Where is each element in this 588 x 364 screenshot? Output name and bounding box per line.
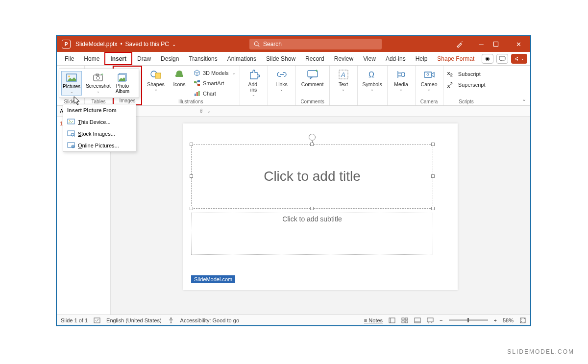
tab-transitions[interactable]: Transitions [184,52,222,65]
cameo-button[interactable]: Cameo ⌄ [418,67,440,91]
shapes-button[interactable]: Shapes ⌄ [145,67,167,91]
resize-handle[interactable] [431,174,435,178]
resize-handle[interactable] [190,207,193,210]
svg-rect-21 [197,80,200,82]
zoom-in-button[interactable]: + [494,317,497,323]
addins-button[interactable]: Add- ins ⌄ [243,67,265,97]
reading-view-button[interactable] [414,317,421,324]
svg-line-1 [258,45,259,47]
designer-icon[interactable] [456,40,469,48]
tab-animations[interactable]: Animations [222,52,261,65]
watermark: SLIDEMODEL.COM [507,348,574,355]
pictures-button[interactable]: Pictures ⌄ [61,71,82,96]
tab-insert[interactable]: Insert [104,52,132,65]
svg-point-0 [254,42,258,46]
tab-draw[interactable]: Draw [132,52,156,65]
zoom-slider[interactable] [449,319,488,321]
resize-handle[interactable] [431,143,435,146]
resize-handle[interactable] [310,207,314,210]
slide-footer[interactable]: SlideModel.com [191,275,235,283]
text-button[interactable]: A Text ⌄ [333,67,354,91]
notes-button[interactable]: ≡ Notes [364,317,383,323]
subtitle-placeholder[interactable]: Click to add subtitle [191,213,433,255]
tab-review[interactable]: Review [329,52,358,65]
slide-canvas[interactable]: Click to add title Click to add subtitle… [111,117,530,315]
normal-view-button[interactable] [389,317,395,324]
save-status: Saved to this PC [125,41,169,48]
stock-images-item[interactable]: Stock Images... [63,128,136,140]
insert-picture-from-menu: Insert Picture From This Device... Stock… [63,104,136,152]
share-button[interactable]: ⌄ [511,54,527,64]
chevron-down-icon: ⌄ [280,88,283,91]
close-button[interactable]: ✕ [512,41,525,48]
zoom-out-button[interactable]: − [440,317,442,323]
document-title[interactable]: SlideModel.pptx • Saved to this PC ⌄ [75,41,176,48]
accessibility-icon[interactable] [168,317,174,324]
svg-rect-19 [155,73,161,78]
tab-file[interactable]: File [60,52,79,65]
online-pictures-item[interactable]: Online Pictures... [63,140,136,151]
maximize-button[interactable] [493,41,507,47]
addins-icon [247,68,261,81]
search-placeholder: Search [263,41,282,48]
svg-rect-39 [402,321,404,323]
title-placeholder[interactable]: Click to add title [191,144,433,209]
subscript-button[interactable]: x2 Subscript [446,69,487,79]
links-button[interactable]: Links ⌄ [271,67,293,91]
svg-rect-38 [405,318,408,320]
resize-handle[interactable] [310,143,314,146]
tab-help[interactable]: Help [411,52,433,65]
this-device-item[interactable]: This Device... [63,116,136,128]
zoom-level[interactable]: 58% [503,317,514,323]
media-icon [394,68,408,81]
screenshot-icon: + [92,72,104,83]
sorter-view-button[interactable] [401,317,408,324]
tab-home[interactable]: Home [79,52,104,65]
svg-rect-20 [194,81,196,83]
icons-button[interactable]: Icons [171,67,188,87]
resize-handle[interactable] [190,174,193,178]
slide-counter[interactable]: Slide 1 of 1 [61,317,88,323]
tab-shape-format[interactable]: Shape Format [432,52,479,65]
tab-design[interactable]: Design [156,52,184,65]
smartart-button[interactable]: SmartArt [192,78,237,88]
search-icon [253,41,260,48]
svg-rect-35 [389,318,395,323]
search-box[interactable]: Search [249,39,382,49]
tab-addins[interactable]: Add-ins [381,52,411,65]
media-button[interactable]: Media ⌄ [391,67,412,91]
language-status[interactable]: English (United States) [106,317,162,323]
record-mode-button[interactable]: ◉ [482,54,493,64]
tab-view[interactable]: View [358,52,381,65]
svg-rect-23 [195,94,196,96]
screenshot-button[interactable]: + Screenshot ⌄ [85,71,112,96]
chart-button[interactable]: Chart [192,89,237,98]
photo-album-button[interactable]: Photo Album [115,71,130,96]
online-pictures-icon [67,142,75,149]
ribbon-tabs: File Home Insert Draw Design Transitions… [57,52,530,66]
pictures-icon [66,73,77,83]
chevron-down-icon: ⌄ [399,88,403,91]
slideshow-view-button[interactable] [427,317,434,324]
tab-slideshow[interactable]: Slide Show [261,52,300,65]
rotate-handle[interactable] [309,134,316,141]
comments-pane-button[interactable] [496,54,508,64]
resize-handle[interactable] [431,207,435,210]
accessibility-status[interactable]: Accessibility: Good to go [180,317,239,323]
chevron-down-icon: ⌄ [342,88,345,91]
spellcheck-icon[interactable] [94,317,100,324]
3d-models-button[interactable]: 3D Models⌄ [192,68,237,78]
tab-record[interactable]: Record [300,52,329,65]
chevron-down-icon[interactable]: ⌄ [172,42,176,47]
images-dropdown: Pictures ⌄ + Screenshot ⌄ Photo Album [59,69,139,98]
group-illustrations: Shapes ⌄ Icons 3D Models⌄ SmartArt Chart… [142,66,240,105]
collapse-ribbon-button[interactable]: ⌄ [522,96,526,102]
fit-window-button[interactable] [519,317,526,324]
superscript-button[interactable]: x2 Superscript [446,80,487,90]
comment-button[interactable]: + Comment [299,67,326,87]
minimize-button[interactable]: ─ [474,41,488,48]
symbols-button[interactable]: Ω Symbols ⌄ [361,67,384,91]
resize-handle[interactable] [190,143,193,146]
shapes-icon [149,68,163,81]
svg-text:Ω: Ω [368,71,374,79]
